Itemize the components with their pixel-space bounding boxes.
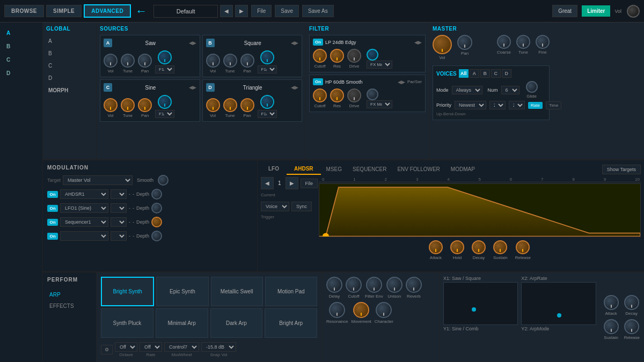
macro-motion-pad[interactable]: Motion Pad	[265, 277, 317, 306]
fx-movement-knob[interactable]	[353, 302, 369, 318]
smooth-knob[interactable]	[158, 175, 169, 186]
env-sustain-knob[interactable]	[493, 240, 507, 254]
d-f1f2-select[interactable]: F1/F2	[258, 110, 277, 118]
next-preset-button[interactable]: ▶	[235, 5, 248, 17]
fx-unison-knob[interactable]	[386, 277, 402, 293]
filter2-drive-knob[interactable]	[347, 88, 361, 102]
src-a-arrows[interactable]: ◀▶	[189, 40, 196, 46]
voice-tab-a[interactable]: A	[470, 69, 479, 78]
env-decay-knob[interactable]	[472, 240, 486, 254]
morph-row[interactable]: MORPH	[46, 84, 93, 97]
sidebar-item-c[interactable]: C	[2, 54, 40, 66]
filter1-fx-select[interactable]: FX Main	[367, 61, 392, 69]
voice-tab-all[interactable]: All	[459, 69, 469, 78]
mod1-on-btn[interactable]: On	[47, 191, 58, 198]
macro-synth-pluck[interactable]: Synth Pluck	[101, 308, 153, 338]
a-pan-knob[interactable]	[138, 54, 152, 68]
a-vol-knob[interactable]	[104, 54, 118, 68]
voice-tab-d[interactable]: D	[502, 69, 511, 78]
c-f1f2-select[interactable]: F1/F2	[155, 110, 174, 118]
mod4-depth-knob[interactable]	[151, 231, 162, 241]
mod2-e-select[interactable]: E	[111, 203, 127, 213]
filter2-fx-select[interactable]: FX Main	[367, 100, 392, 108]
sequencer-tab[interactable]: SEQUENCER	[347, 164, 392, 174]
macro-metallic-swell[interactable]: Metallic Swell	[211, 277, 263, 306]
save-button[interactable]: Save	[275, 5, 299, 17]
voice-tab-c[interactable]: C	[491, 69, 501, 78]
mod4-on-btn[interactable]: On	[47, 233, 58, 240]
master-coarse-knob[interactable]	[497, 35, 511, 49]
a-tune-knob[interactable]	[121, 54, 135, 68]
sidebar-item-a[interactable]: A	[2, 27, 40, 39]
glide-knob[interactable]	[526, 81, 538, 93]
master-vol-knob[interactable]	[433, 35, 452, 54]
src-c-arrows[interactable]: ◀▶	[189, 85, 196, 90]
browse-button[interactable]: BROWSE	[4, 5, 44, 17]
env-attack-knob[interactable]	[429, 240, 443, 254]
macro-epic-synth[interactable]: Epic Synth	[156, 277, 208, 306]
mod3-on-btn[interactable]: On	[47, 219, 58, 226]
mod3-source-select[interactable]: Sequencer1	[60, 217, 108, 227]
perform-attack-knob[interactable]	[604, 295, 619, 310]
octave-select[interactable]: Off	[115, 342, 137, 352]
voices-num3-select[interactable]: 2	[509, 101, 525, 109]
filter-1-arrows[interactable]: ◀▶	[414, 40, 422, 45]
mod1-depth-knob[interactable]	[151, 189, 162, 200]
save-as-button[interactable]: Save As	[302, 5, 334, 17]
voices-num2-select[interactable]: 2	[489, 101, 506, 109]
c-f1f2-knob[interactable]	[158, 95, 172, 109]
c-tune-knob[interactable]	[121, 98, 135, 112]
src-d-arrows[interactable]: ◀▶	[291, 85, 298, 90]
env-follower-tab[interactable]: ENV FOLLOWER	[392, 164, 445, 174]
filter2-cutoff-knob[interactable]	[313, 88, 327, 102]
mod3-depth-knob[interactable]	[151, 217, 162, 227]
limiter-button[interactable]: Limiter	[582, 5, 610, 17]
rate-select[interactable]: Off	[140, 342, 162, 352]
mseg-tab[interactable]: MSEG	[321, 164, 347, 174]
fx-delay-knob[interactable]	[326, 277, 342, 293]
volume-knob[interactable]	[627, 5, 640, 18]
prev-preset-button[interactable]: ◀	[220, 5, 233, 17]
mod3-e-select[interactable]: E	[111, 217, 127, 227]
d-tune-knob[interactable]	[223, 98, 237, 112]
filter1-drive-knob[interactable]	[347, 49, 361, 63]
lfo-tab[interactable]: LFO	[261, 164, 287, 175]
num-select[interactable]: 6	[501, 86, 519, 94]
filter1-fx-knob[interactable]	[367, 49, 378, 61]
a-f1f2-select[interactable]: F1/F2	[155, 65, 174, 73]
b-tune-knob[interactable]	[223, 54, 237, 68]
a-f1f2-knob[interactable]	[158, 50, 172, 64]
fx-reverb-knob[interactable]	[406, 277, 422, 293]
filter2-fx-knob[interactable]	[367, 88, 378, 100]
master-fine-knob[interactable]	[536, 35, 550, 49]
mod4-source-select[interactable]	[60, 231, 108, 241]
master-tune-knob[interactable]	[516, 35, 530, 49]
macro-bright-synth[interactable]: Bright Synth	[101, 277, 154, 306]
time-btn[interactable]: Time	[546, 101, 561, 109]
c-pan-knob[interactable]	[138, 98, 152, 112]
global-row-a[interactable]: A	[46, 35, 93, 47]
priority-select[interactable]: Newest	[455, 101, 486, 109]
sidebar-item-d[interactable]: D	[2, 67, 40, 79]
b-pan-knob[interactable]	[240, 54, 254, 68]
simple-button[interactable]: SIMPLE	[46, 5, 82, 17]
fx-resonance-knob[interactable]	[329, 302, 345, 318]
mod1-e-select[interactable]: E	[111, 189, 127, 199]
global-row-c[interactable]: C	[46, 60, 93, 72]
advanced-button[interactable]: ADVANCED	[84, 4, 131, 18]
fx-filterenv-knob[interactable]	[366, 277, 382, 293]
macro-bright-arp[interactable]: Bright Arp	[265, 308, 317, 338]
mod2-source-select[interactable]: LFO1 (Sine)	[60, 203, 108, 213]
effects-tab[interactable]: EFFECTS	[47, 300, 92, 312]
envelope-graph[interactable]	[319, 183, 641, 237]
d-f1f2-knob[interactable]	[260, 95, 274, 109]
fx-cutoff-knob[interactable]	[346, 277, 362, 293]
macro-minimal-arp[interactable]: Minimal Arp	[156, 308, 208, 338]
mod4-e-select[interactable]: E	[111, 231, 127, 241]
sync-button[interactable]: Sync	[291, 202, 312, 211]
lfo-next-btn[interactable]: ▶	[286, 177, 298, 189]
sidebar-item-b[interactable]: B	[2, 40, 40, 53]
src-b-arrows[interactable]: ◀▶	[291, 40, 298, 46]
env-hold-knob[interactable]	[450, 240, 464, 254]
arp-tab[interactable]: ARP	[47, 289, 92, 300]
